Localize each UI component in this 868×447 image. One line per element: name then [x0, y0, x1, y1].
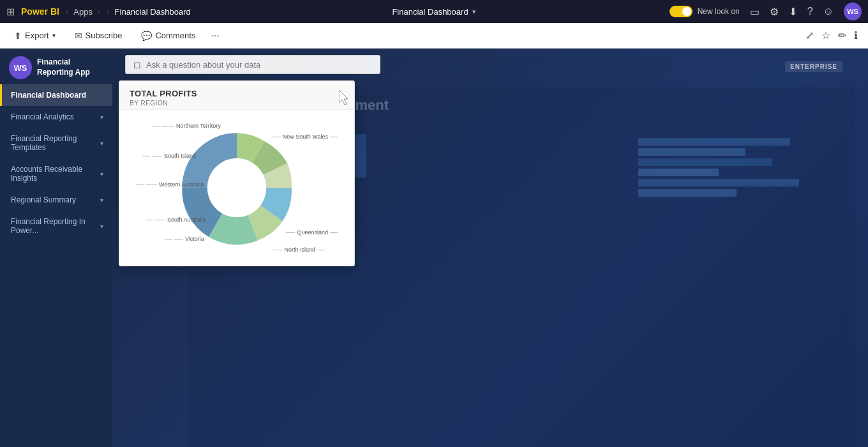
donut-chart-svg [167, 117, 307, 258]
sidebar-item-label-1: Financial Dashboard [11, 91, 86, 100]
qa-bar-container: ◻ [125, 55, 855, 74]
chevron-icon-3: ▾ [100, 140, 103, 147]
popup-card-total-profits: Total Profits BY REGION [119, 80, 355, 266]
subscribe-icon: ✉ [75, 31, 82, 41]
sidebar-item-label-4: Accounts Receivable Insights [11, 165, 100, 183]
new-look-label: New look on [698, 7, 740, 16]
sidebar-item-financial-analytics[interactable]: Financial Analytics ▾ [0, 106, 112, 128]
sidebar-app-title: Financial Reporting App [37, 57, 103, 77]
top-nav-bar: ⊞ Power BI › Apps › › Financial Dashboar… [0, 0, 868, 23]
top-nav-right-icons: New look on ▭ ⚙ ⬇ ? ☺ WS [670, 3, 862, 20]
comments-button[interactable]: 💬 Comments [137, 28, 199, 43]
toggle-switch[interactable] [670, 6, 692, 17]
sidebar-item-label-2: Financial Analytics [11, 112, 74, 121]
powerbi-logo: Power BI [21, 6, 59, 17]
export-label: Export [25, 31, 49, 40]
bookmark-icon[interactable]: ☆ [821, 29, 830, 42]
new-look-toggle[interactable]: New look on [670, 6, 740, 17]
sidebar-item-financial-reporting-power[interactable]: Financial Reporting In Power... ▾ [0, 211, 112, 241]
main-layout: WS Financial Reporting App Financial Das… [0, 49, 868, 447]
sidebar-item-label-5: Regional Summary [11, 195, 76, 204]
content-area: ENTERPRISE Sales by Customer Segment [112, 49, 868, 447]
fullscreen-icon[interactable]: ⤢ [805, 29, 814, 42]
sidebar-item-accounts-receivable[interactable]: Accounts Receivable Insights ▾ [0, 158, 112, 189]
edit-icon[interactable]: ✏ [838, 29, 846, 42]
svg-point-1 [207, 158, 266, 217]
download-icon[interactable]: ⬇ [789, 6, 797, 18]
qa-input[interactable] [146, 60, 299, 70]
export-chevron-icon: ▾ [52, 32, 56, 39]
chevron-icon-5: ▾ [100, 197, 103, 204]
nav-separator-1: › [66, 7, 68, 17]
popup-card-body: Northern Territory New South Wales South… [119, 110, 354, 266]
sidebar-item-label-6: Financial Reporting In Power... [11, 217, 100, 235]
sidebar-header: WS Financial Reporting App [0, 49, 112, 84]
emoji-icon[interactable]: ☺ [823, 6, 834, 17]
sidebar-item-regional-summary[interactable]: Regional Summary ▾ [0, 189, 112, 211]
info-icon[interactable]: ℹ [854, 29, 858, 42]
nav-separator-3: › [107, 7, 109, 17]
subscribe-button[interactable]: ✉ Subscribe [71, 28, 126, 43]
comments-icon: 💬 [141, 31, 152, 41]
subscribe-label: Subscribe [86, 31, 123, 40]
qa-bar[interactable]: ◻ [125, 55, 380, 74]
export-button[interactable]: ⬆ Export ▾ [10, 28, 59, 43]
settings-icon[interactable]: ⚙ [770, 6, 779, 18]
chevron-icon-6: ▾ [100, 223, 103, 230]
current-page-breadcrumb: Financial Dashboard [115, 7, 191, 17]
sidebar-item-financial-reporting-templates[interactable]: Financial Reporting Templates ▾ [0, 128, 112, 158]
sidebar-avatar: WS [9, 56, 32, 79]
help-icon[interactable]: ? [807, 6, 813, 17]
apps-nav-link[interactable]: Apps [73, 7, 93, 17]
sidebar-item-financial-dashboard[interactable]: Financial Dashboard [0, 84, 112, 106]
more-options-button[interactable]: ··· [211, 30, 219, 42]
apps-grid-icon[interactable]: ⊞ [6, 6, 15, 18]
comments-label: Comments [155, 31, 195, 40]
center-title-area: Financial Dashboard ▾ [392, 7, 475, 17]
popup-card-subtitle: BY REGION [130, 100, 344, 107]
toolbar: ⬆ Export ▾ ✉ Subscribe 💬 Comments ··· ⤢ … [0, 23, 868, 49]
center-title-dropdown-icon[interactable]: ▾ [472, 8, 476, 16]
chevron-icon-4: ▾ [100, 170, 103, 178]
popup-card-header: Total Profits BY REGION [119, 81, 354, 110]
avatar[interactable]: WS [844, 3, 862, 20]
monitor-icon[interactable]: ▭ [750, 6, 760, 18]
popup-card-title: Total Profits [130, 89, 344, 98]
export-icon: ⬆ [14, 31, 22, 41]
donut-chart: Northern Territory New South Wales South… [130, 117, 344, 258]
sidebar-item-label-3: Financial Reporting Templates [11, 134, 100, 152]
sidebar: WS Financial Reporting App Financial Das… [0, 49, 112, 447]
qa-icon: ◻ [133, 59, 141, 70]
center-dashboard-title: Financial Dashboard [392, 7, 468, 17]
nav-separator-2: › [98, 7, 100, 17]
chevron-icon-2: ▾ [100, 114, 103, 121]
